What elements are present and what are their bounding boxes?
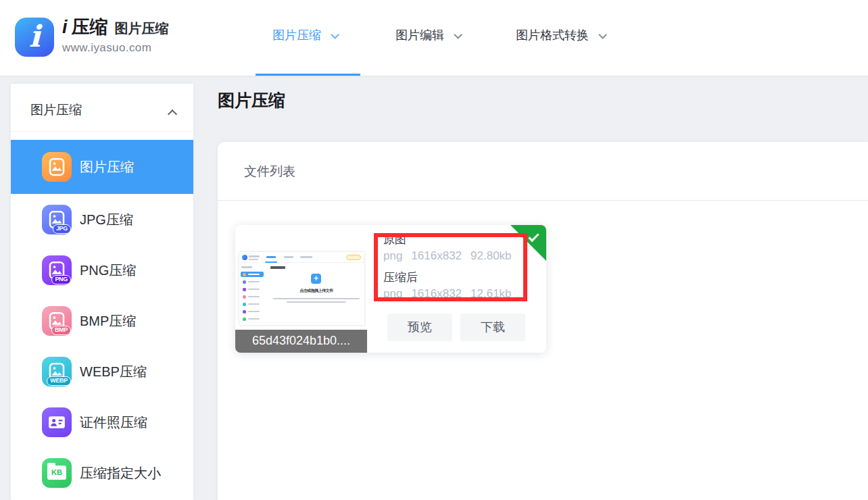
sidebar-item-id-photo-compress[interactable]: 证件照压缩 bbox=[11, 397, 193, 447]
format-badge: PNG bbox=[51, 275, 71, 284]
chevron-down-icon bbox=[454, 30, 462, 39]
sidebar-item-bmp-compress[interactable]: BMP BMP压缩 bbox=[11, 295, 193, 346]
content-area: 图片压缩 图片压缩 JPG JPG压缩 PNG PNG压缩 bbox=[0, 76, 868, 500]
nav-item-label: 图片压缩 bbox=[272, 28, 321, 42]
nav-item-format-convert[interactable]: 图片格式转换 bbox=[516, 27, 604, 43]
mini-header bbox=[239, 252, 364, 263]
sidebar-item-jpg-compress[interactable]: JPG JPG压缩 bbox=[11, 194, 193, 245]
sidebar-item-label: BMP压缩 bbox=[80, 311, 136, 330]
format-badge: WEBP bbox=[47, 376, 71, 386]
format-badge: BMP bbox=[51, 326, 71, 335]
chevron-up-icon bbox=[168, 109, 177, 119]
sidebar-item-webp-compress[interactable]: WEBP WEBP压缩 bbox=[11, 346, 193, 397]
sidebar-item-image-compress[interactable]: 图片压缩 bbox=[11, 140, 193, 194]
file-card: + 点击或拖拽上传文件 65d43f024b1b0.... 原图 png1616… bbox=[235, 225, 546, 353]
divider bbox=[218, 200, 868, 201]
app-header: i i压缩图片压缩 www.iyasuo.com 图片压缩 图片编辑 图片格式转… bbox=[0, 0, 868, 76]
kb-folder-icon: KB bbox=[42, 458, 72, 488]
chevron-down-icon bbox=[598, 30, 607, 39]
chevron-down-icon bbox=[331, 30, 339, 39]
sidebar-item-png-compress[interactable]: PNG PNG压缩 bbox=[11, 245, 193, 295]
filename-label: 65d43f024b1b0.... bbox=[235, 330, 367, 353]
mini-logo bbox=[242, 255, 247, 260]
mini-upload-text: 点击或拖拽上传文件 bbox=[270, 288, 362, 294]
sidebar: 图片压缩 图片压缩 JPG JPG压缩 PNG PNG压缩 bbox=[11, 84, 193, 500]
format-badge: JPG bbox=[53, 224, 71, 234]
brand-prefix: i bbox=[62, 17, 68, 37]
nav-item-label: 图片编辑 bbox=[395, 28, 444, 42]
file-list-panel: 文件列表 bbox=[218, 142, 868, 500]
nav-item-image-compress[interactable]: 图片压缩 bbox=[272, 27, 337, 43]
highlight-annotation-box bbox=[374, 233, 527, 301]
brand-url: www.iyasuo.com bbox=[62, 41, 169, 55]
sidebar-item-label: JPG压缩 bbox=[80, 210, 133, 228]
sidebar-item-compress-to-size[interactable]: KB 压缩指定大小 bbox=[11, 447, 193, 498]
mini-sidebar bbox=[239, 264, 266, 325]
webp-compress-icon: WEBP bbox=[42, 357, 72, 386]
jpg-compress-icon: JPG bbox=[42, 205, 72, 234]
brand-name: 压缩 bbox=[72, 17, 108, 37]
mini-page-title bbox=[270, 266, 285, 269]
brand-logo-icon[interactable]: i bbox=[15, 18, 54, 57]
sidebar-item-label: PNG压缩 bbox=[80, 261, 136, 279]
panel-title: 文件列表 bbox=[244, 163, 295, 180]
mini-plus-button: + bbox=[311, 274, 321, 284]
sidebar-item-label: WEBP压缩 bbox=[80, 362, 147, 380]
nav-item-image-edit[interactable]: 图片编辑 bbox=[395, 27, 460, 43]
thumbnail-preview: + 点击或拖拽上传文件 bbox=[239, 252, 364, 325]
preview-button[interactable]: 预览 bbox=[387, 314, 452, 341]
id-photo-icon bbox=[42, 407, 72, 437]
active-nav-underline bbox=[256, 74, 360, 76]
check-icon bbox=[528, 231, 539, 242]
brand-title: i压缩图片压缩 bbox=[62, 15, 169, 39]
brand-text[interactable]: i压缩图片压缩 www.iyasuo.com bbox=[62, 15, 169, 55]
nav-item-label: 图片格式转换 bbox=[516, 28, 589, 42]
download-button[interactable]: 下载 bbox=[460, 314, 525, 341]
sidebar-item-label: 证件照压缩 bbox=[80, 413, 147, 431]
kb-badge: KB bbox=[47, 468, 66, 476]
brand-suffix: 图片压缩 bbox=[115, 21, 169, 36]
bmp-compress-icon: BMP bbox=[42, 306, 72, 336]
page-title: 图片压缩 bbox=[218, 89, 285, 111]
sidebar-item-label: 压缩指定大小 bbox=[80, 464, 161, 482]
sidebar-group-title: 图片压缩 bbox=[30, 101, 82, 119]
mini-cta-pill bbox=[346, 255, 361, 260]
folder-shape: KB bbox=[47, 466, 66, 480]
image-compress-icon bbox=[42, 152, 72, 182]
sidebar-item-label: 图片压缩 bbox=[80, 158, 134, 176]
sidebar-group-header[interactable]: 图片压缩 bbox=[11, 84, 193, 132]
png-compress-icon: PNG bbox=[42, 255, 72, 285]
